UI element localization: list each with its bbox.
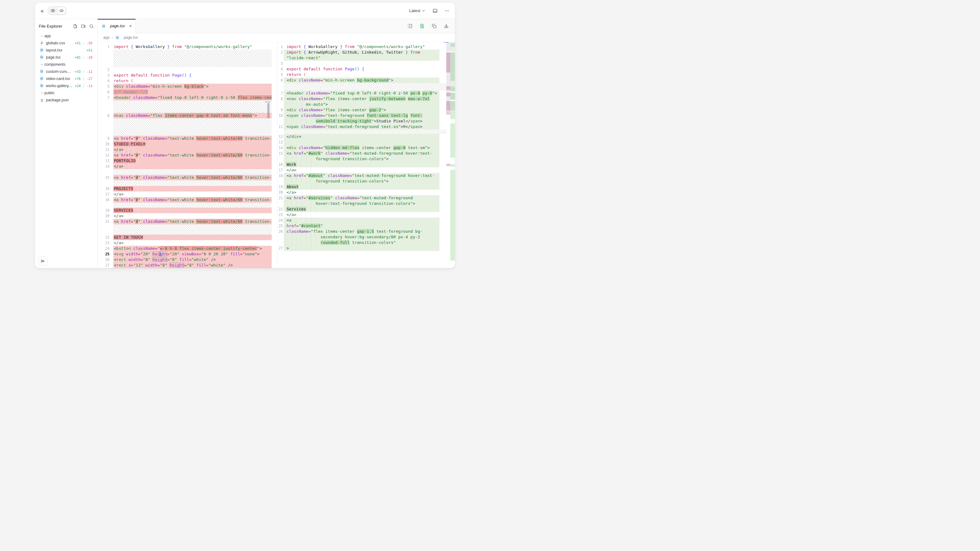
line-number: 24 xyxy=(278,218,283,223)
line-number: 8 xyxy=(98,113,110,118)
react-file-icon xyxy=(40,55,44,59)
line-number: 16 xyxy=(278,162,283,167)
line-number: 13 xyxy=(98,158,110,164)
code-line: 16PROJECTS xyxy=(98,186,272,192)
line-number: 22 xyxy=(98,235,110,240)
collapse-sidebar-button[interactable]: « xyxy=(40,7,45,15)
code-line: 11</a> xyxy=(98,147,272,152)
code-line: 20</a> xyxy=(278,190,455,195)
code-line: 21<a href="#" className="text-white hove… xyxy=(98,219,272,224)
file-item-globals-css[interactable]: #globals.css+51 / -50 xyxy=(38,40,94,46)
split-view-button[interactable] xyxy=(406,22,414,30)
code-line: 13PORTFOLIO xyxy=(98,158,272,164)
line-number: 16 xyxy=(98,186,110,192)
minimap-added-block xyxy=(450,86,455,91)
diff-pane-before[interactable]: 1import { WorksGallery } from "@/compone… xyxy=(98,42,272,268)
scrollbar-thumb[interactable] xyxy=(267,103,269,118)
file-tree: app#globals.css+51 / -50layout.tsx+51pag… xyxy=(38,32,94,103)
minimap-deleted-block xyxy=(446,111,450,115)
code-icon xyxy=(59,8,64,13)
file-item-custom-cursor-tsx[interactable]: custom-cursor.tsx+33 / -12 xyxy=(38,68,94,75)
text-cursor xyxy=(160,252,160,256)
code-line: 8<nav className="flex items-center justi… xyxy=(278,96,455,107)
code-line: 27<rect x="12" width="8" height="8" fill… xyxy=(98,262,272,268)
line-number: 20 xyxy=(278,190,283,195)
line-number: 3 xyxy=(98,73,110,78)
line-number: 6 xyxy=(278,78,283,83)
code-line: 1import { WorksGallery } from "@/compone… xyxy=(98,44,272,49)
tab-page-tsx[interactable]: page.tsx × xyxy=(98,19,136,33)
version-selector[interactable]: Latest xyxy=(407,8,427,13)
code-line: 9<a href="#" className="text-white hover… xyxy=(98,136,272,141)
line-number: 8 xyxy=(278,96,283,102)
close-tab-icon[interactable]: × xyxy=(129,24,132,28)
preview-code-toggle[interactable] xyxy=(48,6,66,15)
folder-item-public[interactable]: public xyxy=(38,89,94,96)
code-toggle[interactable] xyxy=(57,7,66,14)
line-number: 13 xyxy=(278,140,283,145)
minimap-deleted-block xyxy=(446,73,450,86)
react-file-icon xyxy=(40,84,44,88)
minimap-added-block xyxy=(450,93,455,100)
file-item-works-gallery-tsx[interactable]: works-gallery.tsx+24 / -13 xyxy=(38,82,94,89)
chevron-right-icon: › xyxy=(111,35,113,40)
code-line: 10STUDIO PIXEL® xyxy=(98,141,272,147)
minimap-deleted-block xyxy=(446,52,450,73)
code-line: 15<a href="#" className="text-white hove… xyxy=(98,175,272,180)
panel-bottom-button[interactable] xyxy=(431,7,439,14)
code-line: 3export default function Page() { xyxy=(98,73,272,78)
code-line: 26className="flex items-center gap-1.5 t… xyxy=(278,229,455,245)
line-number: 19 xyxy=(278,184,283,190)
code-line: 13 xyxy=(278,140,455,145)
diff-minimap[interactable] xyxy=(446,42,455,268)
react-icon xyxy=(102,24,106,28)
search-files-button[interactable] xyxy=(89,24,94,29)
more-options-button[interactable] xyxy=(443,7,450,14)
breadcrumb: app › page.tsx xyxy=(98,33,455,42)
copy-button[interactable] xyxy=(430,22,438,30)
code-line: 4return ( xyxy=(98,78,272,84)
collapsed-region xyxy=(113,49,272,67)
collapse-panel-button[interactable] xyxy=(38,256,48,265)
download-button[interactable] xyxy=(442,22,450,30)
collapsed-region xyxy=(284,83,446,91)
line-number: 6 xyxy=(98,89,110,95)
line-number: 23 xyxy=(98,240,110,246)
line-number: 15 xyxy=(98,175,110,180)
screen: { "colors":{ "accent_green":"#22a94f","a… xyxy=(0,0,490,275)
search-icon xyxy=(89,24,94,29)
diff-pane-after[interactable]: 1import { WorksGallery } from "@/compone… xyxy=(277,42,455,268)
minimap-deleted-block xyxy=(446,93,450,96)
code-line: 14<div className="hidden md:flex items-c… xyxy=(278,145,455,151)
file-item-video-card-tsx[interactable]: video-card.tsx+76 / -27 xyxy=(38,75,94,82)
new-folder-button[interactable] xyxy=(81,24,86,29)
folder-item-components[interactable]: components xyxy=(38,61,94,68)
minimap-deleted-block xyxy=(446,101,450,111)
code-line: 21<a href="#services" className="text-mu… xyxy=(278,195,455,206)
minimap-deleted-block xyxy=(446,164,450,166)
code-line: 7<header className="fixed top-0 left-0 r… xyxy=(98,95,272,100)
code-line: 14</a> xyxy=(98,164,272,169)
preview-toggle-eye[interactable] xyxy=(48,7,57,14)
new-file-button[interactable] xyxy=(73,24,78,29)
file-item-package-json[interactable]: {}package.json xyxy=(38,96,94,103)
breadcrumb-file[interactable]: page.tsx xyxy=(124,35,138,40)
folder-item-app[interactable]: app xyxy=(38,32,94,40)
file-item-layout-tsx[interactable]: layout.tsx+51 xyxy=(38,46,94,54)
line-number: 14 xyxy=(98,164,110,169)
minimap-added-block xyxy=(450,170,455,260)
breadcrumb-root[interactable]: app xyxy=(103,35,110,40)
react-file-icon xyxy=(40,48,44,52)
code-line: 22GET IN TOUCH xyxy=(98,235,272,240)
line-number: 17 xyxy=(278,167,283,173)
diff-view-button[interactable] xyxy=(418,22,426,30)
chevron-right-icon xyxy=(40,91,45,95)
split-square-icon xyxy=(407,24,412,29)
code-line: 4export default function Page() { xyxy=(278,66,455,72)
code-line: 19SERVICES xyxy=(98,208,272,213)
file-item-page-tsx[interactable]: page.tsx+81 / -28 xyxy=(38,54,94,61)
tab-label: page.tsx xyxy=(110,24,125,28)
react-icon xyxy=(115,36,120,40)
chevrons-left-icon: « xyxy=(41,8,43,14)
code-line: 6<div className="min-h-screen bg-backgro… xyxy=(278,78,455,83)
